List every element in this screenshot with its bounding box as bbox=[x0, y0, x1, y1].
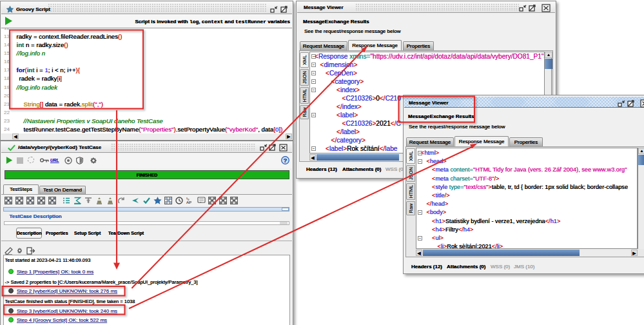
svg-text:?: ? bbox=[284, 157, 288, 164]
svg-text:AP: AP bbox=[186, 201, 191, 204]
